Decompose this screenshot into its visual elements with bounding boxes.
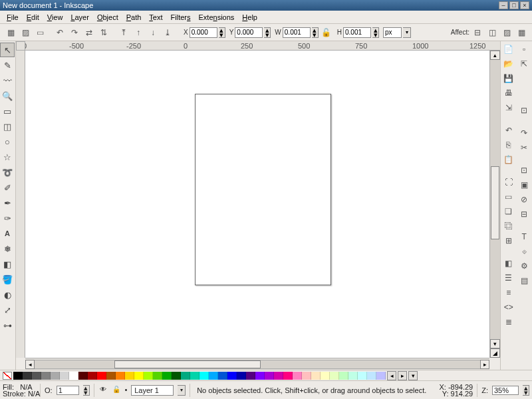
horizontal-scrollbar[interactable]: ◂ ▸ [25,358,489,370]
palette-menu-button[interactable]: ▾ [408,371,418,380]
color-swatch[interactable] [237,372,246,380]
vertical-scrollbar[interactable]: ▴ ▾ ◢ [489,51,500,358]
ungroup-button[interactable]: ⊟ [517,207,531,221]
zoom-selection-button[interactable]: ▣ [517,178,531,192]
color-swatch[interactable] [134,372,144,380]
calligraphy-tool[interactable]: ✑ [0,211,15,225]
ellipse-tool[interactable]: ○ [0,134,15,149]
rotate-cw-button[interactable]: ↷ [68,26,81,39]
color-swatch[interactable] [69,372,78,380]
zoom-tool[interactable]: 🔍 [0,88,15,103]
palette-scroll-left[interactable]: ◂ [387,371,396,380]
gradient-tool[interactable]: ◐ [0,287,15,302]
xml-editor-button[interactable]: <> [502,301,515,314]
close-button[interactable]: × [520,1,529,9]
object-props-button[interactable]: ☰ [502,271,515,285]
color-swatch[interactable] [88,372,97,380]
import-button[interactable]: ⇲ [502,101,515,114]
menu-edit[interactable]: Edit [23,12,43,23]
dropper-tool[interactable]: ⤢ [0,303,15,317]
layers-button[interactable]: ≣ [502,315,515,329]
transform-button[interactable]: ⟐ [517,245,531,258]
copy-button[interactable]: ⎘ [502,138,515,152]
3dbox-tool[interactable]: ◫ [0,119,15,134]
scroll-left-icon[interactable]: ◂ [25,360,35,369]
layer-dropdown-icon[interactable]: ▾ [178,385,186,396]
zoom-input[interactable]: 35% [492,386,519,395]
rect-tool[interactable]: ▭ [0,104,15,118]
lock-aspect-button[interactable]: 🔓 [320,26,333,39]
stroke-value[interactable]: N/A [28,390,40,398]
color-swatch[interactable] [283,372,293,380]
color-swatch[interactable] [358,372,367,380]
scroll-right-icon[interactable]: ▸ [480,360,489,369]
hscroll-thumb[interactable] [114,360,261,368]
menu-path[interactable]: Path [122,12,146,23]
color-swatch[interactable] [106,372,116,380]
tweak-tool[interactable]: 〰 [0,73,15,88]
color-swatch[interactable] [265,372,274,380]
align-button[interactable]: ≡ [502,286,515,299]
ruler-horizontal[interactable]: -750-500-2500250500750100012501500 [25,41,500,51]
eraser-tool[interactable]: ◧ [0,257,15,271]
flip-v-button[interactable]: ⇅ [97,26,110,39]
print-button[interactable]: 🖶 [502,86,515,100]
menu-layer[interactable]: Layer [66,12,93,23]
layer-visibility-toggle[interactable]: 👁 [98,386,108,395]
color-swatch[interactable] [302,372,311,380]
menu-file[interactable]: File [3,12,23,23]
color-swatch[interactable] [51,372,60,380]
layer-lock-toggle[interactable]: 🔓 [112,386,121,395]
color-swatch[interactable] [116,372,125,380]
zoom-page-button[interactable]: ▭ [502,190,515,203]
pen-tool[interactable]: ✒ [0,196,15,210]
h-spinner[interactable]: ▴▾ [372,27,379,38]
menu-filters[interactable]: Filters [167,12,195,23]
affect-stroke-button[interactable]: ⊟ [471,26,484,39]
w-spinner[interactable]: ▴▾ [312,27,319,38]
color-swatch[interactable] [78,372,88,380]
x-input[interactable]: 0.000 [190,27,217,38]
color-swatch[interactable] [330,372,339,380]
h-input[interactable]: 0.001 [343,27,371,38]
color-swatch[interactable] [227,372,237,380]
save-button[interactable]: 💾 [502,72,515,85]
vscroll-thumb[interactable] [491,166,499,239]
menu-view[interactable]: View [43,12,67,23]
fill-stroke-button[interactable]: ◧ [502,257,515,270]
color-swatch[interactable] [255,372,265,380]
color-swatch[interactable] [97,372,106,380]
palette-scroll-right[interactable]: ▸ [398,371,407,380]
spray-tool[interactable]: ❅ [0,241,15,256]
affect-gradient-button[interactable]: ▨ [500,26,513,39]
x-spinner[interactable]: ▴▾ [219,27,225,38]
unit-dropdown-icon[interactable]: ▾ [403,27,411,38]
open-button[interactable]: 📂 [502,57,515,70]
zoom-fit-button[interactable]: ⛶ [502,176,515,189]
color-swatch[interactable] [339,372,348,380]
color-swatch[interactable] [209,372,218,380]
connector-tool[interactable]: ⊶ [0,318,15,332]
color-swatch[interactable] [376,372,386,380]
raise-top-button[interactable]: ⤒ [117,26,130,39]
paste-button[interactable]: 📋 [502,153,515,166]
unlink-clone-button[interactable]: ⊘ [517,193,531,206]
color-swatch[interactable] [246,372,255,380]
menu-text[interactable]: Text [145,12,166,23]
maximize-button[interactable]: □ [509,1,519,9]
color-swatch[interactable] [125,372,134,380]
duplicate-button[interactable]: ❏ [502,205,515,218]
rotate-ccw-button[interactable]: ↶ [53,26,66,39]
clone-button[interactable]: ⿻ [502,219,515,233]
no-color-swatch[interactable] [3,372,12,380]
color-swatch[interactable] [311,372,321,380]
color-swatch[interactable] [41,372,51,380]
zoom-drawing-button[interactable]: ⊡ [517,164,531,177]
color-swatch[interactable] [13,372,23,380]
text-props-button[interactable]: T [517,230,531,243]
w-input[interactable]: 0.001 [283,27,311,38]
lower-bottom-button[interactable]: ⤓ [161,26,174,39]
scroll-down-icon[interactable]: ▾ [490,339,500,348]
color-swatch[interactable] [190,372,200,380]
layer-selector[interactable]: Layer 1 [131,385,174,396]
